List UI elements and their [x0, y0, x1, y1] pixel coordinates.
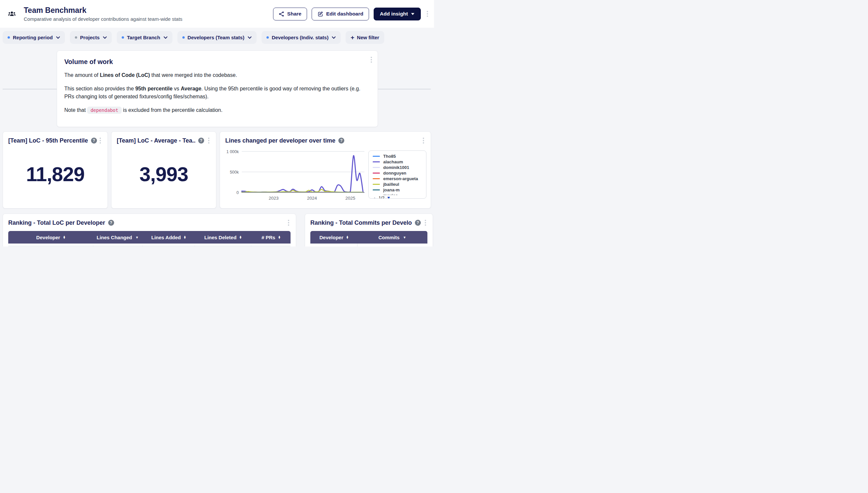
filter-chip-reporting-period[interactable]: Reporting period	[3, 31, 65, 44]
filter-status-dot	[182, 36, 185, 39]
stat-card-kebab-icon[interactable]	[98, 136, 102, 145]
legend-item-emerson-argueta[interactable]: emerson-argueta	[373, 176, 425, 181]
column-label: # PRs	[262, 235, 275, 240]
help-icon[interactable]: ?	[108, 220, 114, 226]
column-header-lines-added[interactable]: Lines Added▴▾	[142, 231, 195, 243]
table-cell	[142, 245, 195, 246]
share-label: Share	[287, 11, 302, 17]
legend-item-dominik1001[interactable]: dominik1001	[373, 165, 425, 170]
filter-chip-label: Projects	[80, 35, 99, 40]
loc-table-row[interactable]	[8, 245, 291, 246]
chart-card-kebab-icon[interactable]	[421, 136, 425, 145]
legend-label: maxico	[383, 193, 398, 195]
new-filter-button[interactable]: + New filter	[346, 31, 384, 44]
add-insight-button[interactable]: Add insight	[374, 7, 421, 20]
loc-table-header: Developer▴▾Lines Changed▼Lines Added▴▾Li…	[8, 231, 291, 243]
column-label: Commits	[378, 235, 399, 240]
legend-label: Tho85	[383, 154, 396, 159]
lines-changed-chart-card: Lines changed per developer over time ? …	[220, 131, 431, 209]
volume-card-title: Volume of work	[64, 58, 370, 66]
chart-card-title: Lines changed per developer over time	[225, 137, 335, 144]
table-cell	[251, 245, 291, 246]
header-kebab-menu-icon[interactable]	[425, 9, 429, 18]
chevron-down-icon	[56, 36, 60, 39]
sort-icon: ▴▾	[279, 236, 280, 239]
text-run: that were merged into the codebase.	[150, 72, 237, 78]
commits-cell: 260	[357, 243, 427, 246]
volume-card-kebab-icon[interactable]	[369, 56, 373, 64]
team-people-icon	[7, 9, 16, 18]
commits-table-header: Developer▴▾Commits▼	[310, 231, 427, 243]
volume-of-work-card: Volume of work The amount of Lines of Co…	[57, 50, 378, 127]
commits-table-row[interactable]: tomazerpour260	[310, 243, 427, 246]
text-run: 95th percentile	[135, 86, 173, 91]
filter-chip-developers-indiv-stats[interactable]: Developers (Indiv. stats)	[262, 31, 341, 44]
commits-table-body: tomazerpour260	[310, 243, 427, 246]
ranking-loc-kebab-icon[interactable]	[287, 218, 291, 227]
filter-chip-developers-team-stats[interactable]: Developers (Team stats)	[177, 31, 257, 44]
filter-status-dot	[75, 36, 77, 39]
ranking-loc-card: Ranking - Total LoC per Developer ? Deve…	[3, 214, 296, 246]
column-header-developer[interactable]: Developer▴▾	[8, 231, 93, 243]
legend-item-joana-m[interactable]: joana-m	[373, 187, 425, 193]
filter-bar: Reporting periodProjectsTarget BranchDev…	[3, 31, 384, 44]
caret-down-icon	[411, 13, 415, 15]
filter-chip-projects[interactable]: Projects	[70, 31, 112, 44]
legend-label: donnguyen	[383, 171, 406, 175]
developer-cell: tomazerpour	[310, 243, 357, 246]
help-icon[interactable]: ?	[415, 220, 421, 226]
svg-text:2024: 2024	[307, 196, 317, 201]
page-title: Team Benchmark	[24, 6, 182, 15]
share-button[interactable]: Share	[273, 7, 307, 20]
legend-item-jbailleul[interactable]: jbailleul	[373, 181, 425, 187]
legend-label: emerson-argueta	[383, 176, 418, 181]
column-header-lines-deleted[interactable]: Lines Deleted▴▾	[195, 231, 251, 243]
dependabot-code-chip: dependabot	[87, 107, 121, 114]
filter-chip-label: Developers (Indiv. stats)	[272, 35, 329, 40]
header-actions: Share Edit dashboard Add insight	[273, 7, 429, 20]
lines-over-time-chart[interactable]: 1 000k500k0202320242025	[223, 147, 366, 203]
legend-item-alachaum[interactable]: alachaum	[373, 159, 425, 165]
ranking-commits-kebab-icon[interactable]	[423, 218, 427, 227]
column-header-prs[interactable]: # PRs▴▾	[251, 231, 291, 243]
top-header: Team Benchmark Comparative analysis of d…	[0, 0, 434, 28]
svg-text:500k: 500k	[230, 170, 239, 175]
column-label: Lines Added	[151, 235, 181, 240]
table-cell	[93, 245, 142, 246]
chevron-down-icon	[332, 36, 336, 39]
filter-chip-label: Target Branch	[127, 35, 160, 40]
column-header-developer[interactable]: Developer▴▾	[310, 231, 357, 243]
chevron-down-icon	[248, 36, 252, 39]
legend-swatch	[373, 178, 380, 179]
help-icon[interactable]: ?	[198, 137, 204, 144]
filter-chip-label: Developers (Team stats)	[188, 35, 244, 40]
loc-average-value: 3,993	[139, 163, 188, 186]
column-label: Developer	[319, 235, 343, 240]
edit-dashboard-button[interactable]: Edit dashboard	[312, 7, 369, 20]
legend-swatch	[373, 162, 380, 162]
column-label: Lines Deleted	[204, 235, 237, 240]
text-run: Note that	[64, 107, 87, 113]
sort-icon: ▴▾	[184, 236, 186, 239]
filter-status-dot	[122, 36, 124, 39]
filter-chip-target-branch[interactable]: Target Branch	[117, 31, 173, 44]
legend-item-donnguyen[interactable]: donnguyen	[373, 170, 425, 176]
chart-legend-list: Tho85alachaumdominik1001donnguyenemerson…	[373, 153, 425, 195]
legend-page-up-icon[interactable]: ▲	[373, 196, 377, 199]
column-header-commits[interactable]: Commits▼	[357, 231, 427, 243]
legend-swatch	[373, 167, 380, 168]
stat-card-title: [Team] LoC - Average - Tea...	[117, 137, 195, 144]
help-icon[interactable]: ?	[91, 137, 97, 144]
legend-item-maxico[interactable]: maxico	[373, 193, 425, 195]
ranking-commits-title: Ranking - Total Commits per Developer	[310, 219, 412, 227]
text-run: Average	[181, 86, 201, 91]
column-header-lines-changed[interactable]: Lines Changed▼	[93, 231, 142, 243]
svg-text:1 000k: 1 000k	[226, 149, 239, 154]
help-icon[interactable]: ?	[338, 137, 344, 144]
svg-text:0: 0	[237, 190, 239, 195]
legend-item-tho85[interactable]: Tho85	[373, 153, 425, 159]
stat-card-kebab-icon[interactable]	[207, 136, 211, 145]
legend-label: dominik1001	[383, 165, 409, 170]
legend-swatch	[373, 189, 380, 190]
legend-page-down-icon[interactable]: ▼	[386, 195, 391, 199]
